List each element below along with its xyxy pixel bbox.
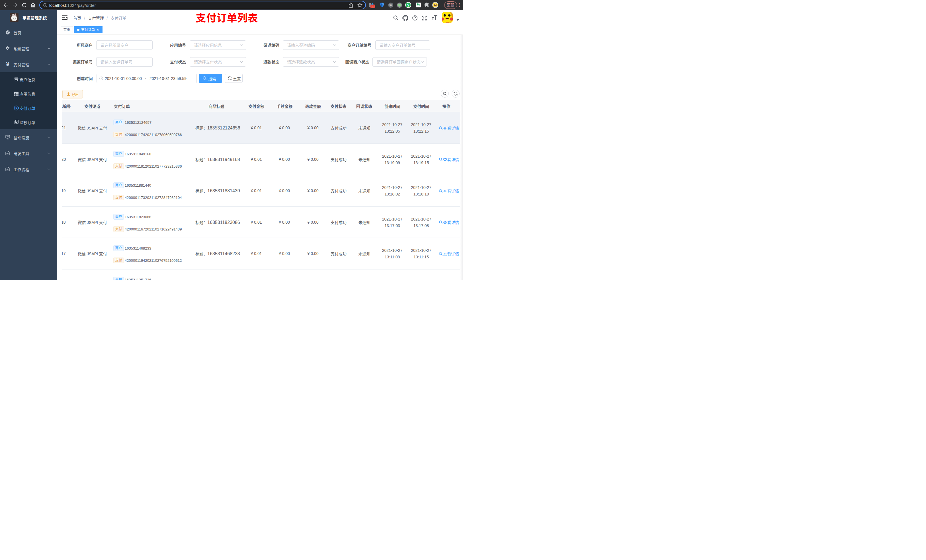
svg-text:⌘: ⌘ [389, 3, 392, 7]
svg-text:y: y [407, 3, 409, 7]
svg-text:¥: ¥ [16, 106, 17, 110]
